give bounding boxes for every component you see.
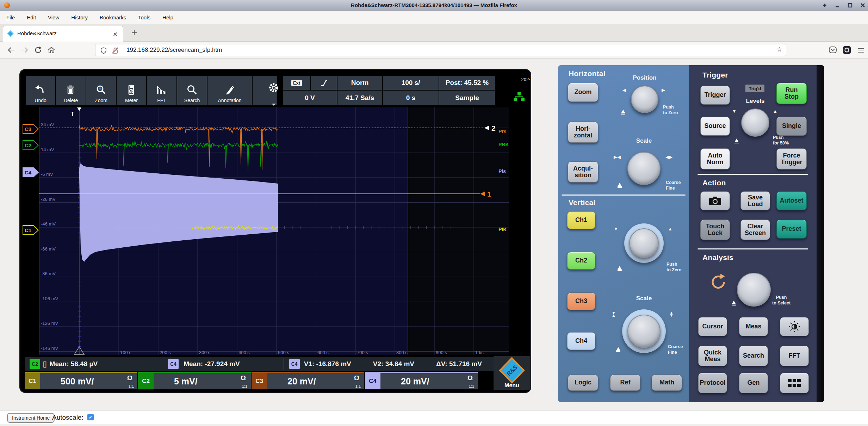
meas-button[interactable]: Meas [739,317,768,336]
acquisition-mode-cell[interactable]: Sample [439,91,495,105]
menu-view[interactable]: View [48,14,59,20]
logic-button[interactable]: Logic [568,375,598,391]
gen-button[interactable]: Gen [739,373,768,393]
svg-text:PIK: PIK [498,227,507,232]
autoset-button[interactable]: Autoset [776,191,807,210]
tab-rohde-schwarz[interactable]: Rohde&Schwarz [3,26,123,42]
new-tab-button[interactable] [132,30,137,35]
protocol-button[interactable]: Protocol [698,373,727,393]
apps-grid-icon [787,378,801,388]
math-button[interactable]: Math [652,375,682,391]
ref-button[interactable]: Ref [610,375,640,391]
reload-icon[interactable] [32,44,44,56]
meas2-channel-badge: C4 [168,359,179,369]
arrows-expand-icon: ▲▼ [669,312,674,317]
timebase-cell[interactable]: 100 s/ [383,76,439,90]
channel-c3-settings[interactable]: C3 20 mV/ Ω1:1 [252,372,364,389]
home-icon[interactable] [46,44,57,56]
scope-undo-button[interactable]: Undo [26,76,55,105]
clear-screen-button[interactable]: Clear Screen [740,220,770,240]
apps-button[interactable] [780,373,809,393]
scope-search-button[interactable]: Search [177,76,207,105]
window-up-icon[interactable] [822,3,827,8]
screenshot-button[interactable] [700,191,730,210]
sample-rate-cell[interactable]: 41.7 Sa/s [337,91,382,105]
window-maximize-icon[interactable] [848,3,852,8]
auto-norm-button[interactable]: Auto Norm [700,148,730,169]
single-button[interactable]: Single [776,117,807,136]
trigger-source-button[interactable]: Source [700,117,730,136]
post-trigger-cell[interactable]: Post: 45.52 % [439,76,495,90]
menu-tools[interactable]: Tools [138,14,150,20]
pocket-icon[interactable] [827,44,838,56]
bookmark-star-icon[interactable]: ☆ [776,45,782,54]
h-scale-knob[interactable] [627,152,661,185]
channel-c2-settings[interactable]: C2 5 mV/ Ω1:1 [138,372,251,389]
waveform-display[interactable]: 34 mV14 mV-6 mV-26 mV-46 mV-66 mV-86 mV-… [22,107,509,355]
site-info-shield-icon[interactable] [100,47,107,55]
fft-button[interactable]: FFT [780,346,809,366]
ch3-button[interactable]: Ch3 [567,292,595,310]
trigger-levels-knob[interactable] [741,109,769,137]
scope-menu-button[interactable]: R&S Menu [494,356,530,390]
cursor-button[interactable]: Cursor [698,317,727,336]
force-trigger-button[interactable]: Force Trigger [776,148,807,169]
menu-help[interactable]: Help [162,14,173,20]
horizontal-button[interactable]: Hori- zontal [568,122,598,143]
svg-text:800 s: 800 s [396,350,408,355]
push-knob-icon [616,183,623,188]
hamburger-menu-icon[interactable] [855,44,867,56]
window-close-icon[interactable] [860,3,865,8]
offset-cell[interactable]: 0 s [383,91,439,105]
channel-c1-settings[interactable]: C1 500 mV/ Ω1:1 [25,372,137,389]
intensity-button[interactable] [780,317,809,336]
extension-icon[interactable] [841,44,852,56]
datetime-display: 2024-11-15 17:45 [496,76,531,89]
menu-history[interactable]: History [71,14,88,20]
ch4-button[interactable]: Ch4 [567,332,595,350]
rising-slope-icon [320,78,329,87]
h-position-knob[interactable] [631,86,658,113]
svg-text:-146 mV: -146 mV [41,346,58,351]
scope-meter-button[interactable]: Meter [117,76,146,105]
acquisition-button[interactable]: Acqui- sition [568,161,598,183]
trigger-slope-cell[interactable] [311,76,337,90]
url-text[interactable]: 192.168.229.22/screencam_sfp.htm [126,47,222,54]
run-stop-button[interactable]: Run Stop [776,83,807,104]
trigger-source-cell[interactable]: Ext [283,76,310,90]
v-scale-knob[interactable] [627,315,661,348]
url-bar[interactable]: 192.168.229.22/screencam_sfp.htm ☆ [95,44,786,56]
search-button[interactable]: Search [739,346,768,366]
tab-close-icon[interactable] [113,32,117,36]
forward-icon[interactable] [19,44,30,56]
scope-zoom-button[interactable]: Zoom [86,76,116,105]
insecure-lock-icon[interactable] [112,47,119,55]
trigger-menu-button[interactable]: Trigger [700,86,730,105]
save-load-button[interactable]: Save Load [740,191,770,210]
svg-text:900 s: 900 s [436,350,447,355]
quick-meas-button[interactable]: Quick Meas [698,346,727,366]
scope-fft-button[interactable]: FFT [147,76,176,105]
window-minimize-icon[interactable] [835,3,840,8]
instrument-home-button[interactable]: Instrument Home [7,413,55,423]
v-position-knob[interactable] [629,228,659,258]
menu-file[interactable]: File [6,14,15,20]
horizontal-zoom-button[interactable]: Zoom [568,83,598,102]
preset-button[interactable]: Preset [776,220,807,239]
settings-gear-icon[interactable] [268,82,279,95]
scope-annotation-button[interactable]: Annotation [207,76,252,105]
menu-edit[interactable]: Edit [27,14,36,20]
ch1-button[interactable]: Ch1 [567,211,595,229]
cursor-dv-value: ΔV: 51.716 mV [436,360,482,368]
ch2-button[interactable]: Ch2 [567,252,595,270]
navigation-knob[interactable] [737,273,771,307]
trigger-level-cell[interactable]: 0 V [283,91,337,105]
svg-text:-46 mV: -46 mV [41,221,56,227]
autoscale-checkbox[interactable]: ✓ [87,414,94,420]
scope-delete-button[interactable]: Delete [56,76,86,105]
back-icon[interactable] [6,44,17,56]
channel-c4-settings[interactable]: C4 20 mV/ Ω1:1 [365,372,478,389]
touch-lock-button[interactable]: Touch Lock [700,220,730,240]
trigger-mode-cell[interactable]: Norm [337,76,382,90]
menu-bookmarks[interactable]: Bookmarks [100,14,126,20]
